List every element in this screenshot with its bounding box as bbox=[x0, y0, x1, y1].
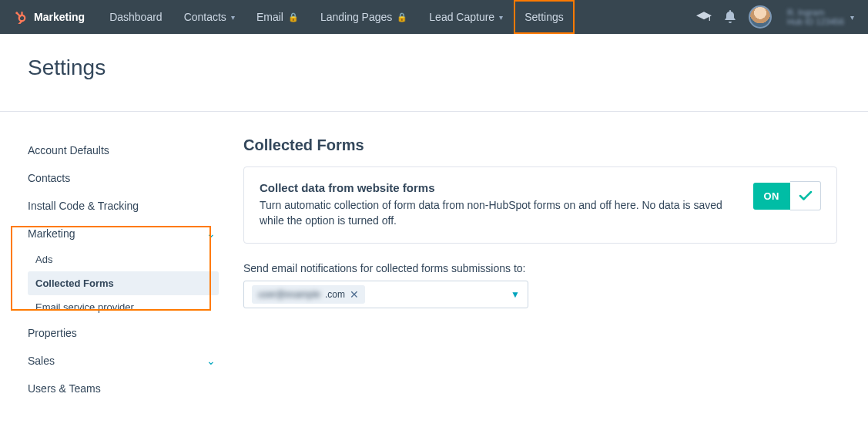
settings-sidebar: Account Defaults Contacts Install Code &… bbox=[28, 112, 219, 402]
sidebar-item-install-code[interactable]: Install Code & Tracking bbox=[28, 192, 219, 220]
notifications-bell-icon[interactable] bbox=[724, 10, 736, 24]
email-notifications-select[interactable]: user@example.com ✕ ▼ bbox=[243, 281, 528, 308]
sidebar-item-users-teams[interactable]: Users & Teams bbox=[28, 375, 219, 402]
chevron-down-icon: ▾ bbox=[231, 13, 235, 22]
sidebar-item-label: Marketing bbox=[28, 227, 75, 240]
sidebar-item-sales[interactable]: Sales ⌄ bbox=[28, 347, 219, 375]
sidebar-item-label: Collected Forms bbox=[35, 278, 114, 289]
remove-chip-icon[interactable]: ✕ bbox=[350, 288, 359, 301]
sidebar-item-marketing[interactable]: Marketing ⌄ bbox=[28, 220, 219, 247]
chevron-down-icon: ⌄ bbox=[206, 355, 216, 367]
nav-email[interactable]: Email 🔒 bbox=[246, 0, 310, 34]
card-title: Collect data from website forms bbox=[260, 181, 738, 194]
nav-contacts[interactable]: Contacts ▾ bbox=[173, 0, 246, 34]
sidebar-item-properties[interactable]: Properties bbox=[28, 319, 219, 347]
svg-line-4 bbox=[19, 21, 22, 24]
top-nav: Marketing Dashboard Contacts ▾ Email 🔒 L… bbox=[0, 0, 868, 34]
chevron-down-icon: ▾ bbox=[850, 13, 854, 22]
sidebar-sub-collected-forms[interactable]: Collected Forms bbox=[28, 271, 219, 295]
hubspot-sprocket-icon bbox=[14, 10, 28, 24]
main-content: Collected Forms Collect data from websit… bbox=[219, 112, 868, 402]
toggle-state-label: ON bbox=[753, 183, 791, 210]
nav-lead-capture[interactable]: Lead Capture ▾ bbox=[418, 0, 514, 34]
app-label: Marketing bbox=[34, 11, 85, 23]
sidebar-sub-email-provider[interactable]: Email service provider bbox=[28, 295, 219, 319]
sidebar-item-label: Ads bbox=[35, 254, 52, 265]
nav-item-label: Dashboard bbox=[109, 11, 163, 23]
nav-left: Marketing Dashboard Contacts ▾ Email 🔒 L… bbox=[14, 0, 575, 34]
sidebar-item-label: Install Code & Tracking bbox=[28, 200, 139, 212]
collect-data-card: Collect data from website forms Turn aut… bbox=[243, 166, 837, 244]
sidebar-item-contacts[interactable]: Contacts bbox=[28, 164, 219, 192]
card-body: Collect data from website forms Turn aut… bbox=[260, 181, 738, 229]
lock-icon: 🔒 bbox=[288, 12, 299, 22]
lock-icon: 🔒 bbox=[397, 12, 407, 22]
email-notifications-label: Send email notifications for collected f… bbox=[243, 262, 837, 274]
sidebar-item-label: Contacts bbox=[28, 172, 70, 184]
nav-item-label: Email bbox=[256, 11, 283, 23]
page-title: Settings bbox=[28, 56, 840, 80]
nav-right: R. Ingram Hub ID 123456 ▾ bbox=[696, 5, 854, 29]
checkmark-icon bbox=[790, 181, 821, 210]
user-avatar[interactable] bbox=[749, 5, 772, 29]
section-title: Collected Forms bbox=[243, 136, 837, 154]
nav-item-label: Lead Capture bbox=[429, 11, 494, 23]
nav-item-label: Landing Pages bbox=[320, 11, 392, 23]
sidebar-item-label: Sales bbox=[28, 355, 55, 367]
sidebar-item-label: Email service provider bbox=[35, 301, 134, 313]
app-logo[interactable]: Marketing bbox=[14, 10, 85, 24]
chevron-down-icon: ▾ bbox=[499, 13, 503, 22]
sidebar-marketing-children: Ads Collected Forms Email service provid… bbox=[28, 247, 219, 319]
caret-down-icon: ▼ bbox=[511, 289, 520, 300]
card-description: Turn automatic collection of form data f… bbox=[260, 197, 738, 229]
nav-landing-pages[interactable]: Landing Pages 🔒 bbox=[310, 0, 418, 34]
collect-data-toggle[interactable]: ON bbox=[753, 181, 822, 210]
nav-item-label: Settings bbox=[524, 11, 564, 23]
svg-point-2 bbox=[15, 12, 18, 14]
content-layout: Account Defaults Contacts Install Code &… bbox=[0, 112, 868, 418]
chevron-down-icon: ⌄ bbox=[206, 227, 216, 240]
svg-line-1 bbox=[18, 14, 21, 17]
account-info[interactable]: R. Ingram Hub ID 123456 bbox=[787, 8, 844, 26]
sidebar-item-label: Users & Teams bbox=[28, 382, 101, 395]
email-chip-hidden: user@example bbox=[258, 289, 320, 300]
sidebar-item-account-defaults[interactable]: Account Defaults bbox=[28, 136, 219, 164]
email-chip-suffix: .com bbox=[325, 289, 345, 300]
academy-icon[interactable] bbox=[696, 12, 712, 22]
email-chip: user@example.com ✕ bbox=[252, 285, 365, 304]
sidebar-item-label: Properties bbox=[28, 327, 77, 339]
nav-item-label: Contacts bbox=[184, 11, 226, 23]
account-id: Hub ID 123456 bbox=[787, 17, 844, 26]
sidebar-sub-ads[interactable]: Ads bbox=[28, 247, 219, 271]
nav-settings[interactable]: Settings bbox=[514, 0, 575, 34]
account-name: R. Ingram bbox=[787, 8, 844, 17]
page-header: Settings bbox=[0, 34, 868, 92]
sidebar-item-label: Account Defaults bbox=[28, 144, 109, 156]
nav-dashboard[interactable]: Dashboard bbox=[99, 0, 173, 34]
svg-rect-6 bbox=[709, 15, 710, 21]
